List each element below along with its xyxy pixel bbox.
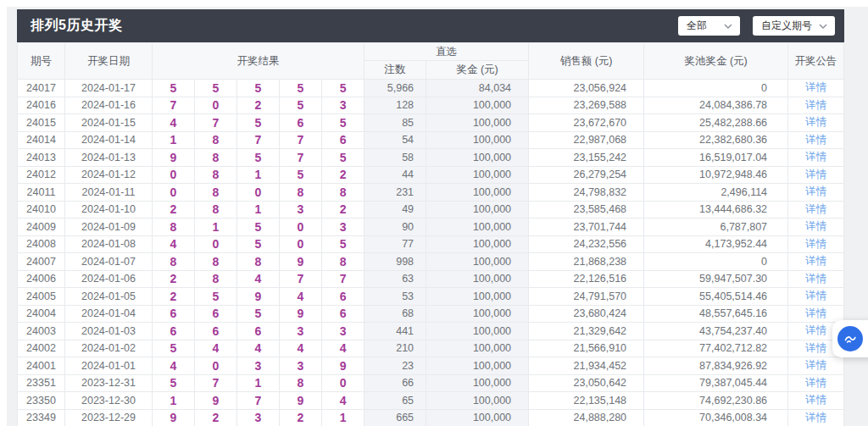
date-cell: 2024-01-03 xyxy=(65,323,153,340)
detail-link[interactable]: 详情 xyxy=(805,134,826,146)
date-cell: 2023-12-29 xyxy=(65,409,153,426)
result-number: 1 xyxy=(237,374,280,392)
result-number: 8 xyxy=(153,253,195,271)
result-number: 6 xyxy=(195,305,237,323)
detail-link[interactable]: 详情 xyxy=(805,307,826,319)
date-cell: 2023-12-31 xyxy=(65,374,153,392)
detail-link[interactable]: 详情 xyxy=(805,324,826,336)
result-number: 5 xyxy=(153,340,195,357)
prize-cell: 100,000 xyxy=(426,131,529,149)
prize-cell: 100,000 xyxy=(426,184,529,202)
col-header-prize: 奖金 (元) xyxy=(426,61,529,80)
detail-link[interactable]: 详情 xyxy=(805,238,826,250)
detail-link[interactable]: 详情 xyxy=(805,169,826,180)
bets-cell: 77 xyxy=(364,235,426,253)
detail-link[interactable]: 详情 xyxy=(805,220,826,232)
floating-widget-button[interactable] xyxy=(832,320,868,357)
result-number: 5 xyxy=(153,374,195,392)
bets-cell: 49 xyxy=(364,201,426,219)
result-number: 6 xyxy=(153,323,195,340)
result-number: 2 xyxy=(153,270,195,288)
detail-link[interactable]: 详情 xyxy=(805,151,826,163)
prize-cell: 84,034 xyxy=(426,80,529,97)
result-number: 9 xyxy=(153,149,195,167)
bets-cell: 231 xyxy=(364,184,426,202)
col-header-result: 开奖结果 xyxy=(153,43,364,80)
issue-cell: 24016 xyxy=(18,97,65,114)
chevron-down-icon xyxy=(724,24,732,29)
sales-cell: 23,701,744 xyxy=(529,219,644,236)
prize-cell: 100,000 xyxy=(426,305,529,323)
date-cell: 2024-01-14 xyxy=(65,131,153,149)
history-table: 期号 开奖日期 开奖结果 直选 销售额 (元) 奖池奖金 (元) 开奖公告 注数… xyxy=(17,42,844,426)
prize-cell: 100,000 xyxy=(426,219,529,236)
sales-cell: 22,987,068 xyxy=(529,131,644,149)
date-cell: 2024-01-05 xyxy=(65,288,153,306)
col-header-zhixuan: 直选 xyxy=(364,43,529,61)
detail-link[interactable]: 详情 xyxy=(805,255,826,267)
filter-select-issue-mode[interactable]: 自定义期号 xyxy=(753,16,835,36)
date-cell: 2024-01-09 xyxy=(65,219,153,236)
result-number: 5 xyxy=(237,235,280,253)
result-number: 7 xyxy=(195,114,237,132)
detail-link[interactable]: 详情 xyxy=(805,412,826,423)
date-cell: 2024-01-07 xyxy=(65,253,153,271)
issue-cell: 24009 xyxy=(18,219,65,236)
date-cell: 2024-01-17 xyxy=(65,80,153,97)
result-number: 0 xyxy=(153,184,195,202)
result-number: 5 xyxy=(237,80,280,97)
result-number: 5 xyxy=(237,219,280,236)
col-header-announcement: 开奖公告 xyxy=(788,43,844,80)
date-cell: 2024-01-04 xyxy=(65,305,153,323)
prize-cell: 100,000 xyxy=(426,357,529,375)
table-row: 24012 2024-01-12 0 8 1 5 2 44 100,000 26… xyxy=(18,166,844,184)
result-number: 4 xyxy=(237,270,280,288)
sales-cell: 21,934,452 xyxy=(529,357,644,375)
detail-link[interactable]: 详情 xyxy=(805,99,826,111)
bets-cell: 441 xyxy=(364,323,426,340)
result-number: 7 xyxy=(153,97,195,114)
prize-cell: 100,000 xyxy=(426,253,529,271)
detail-link[interactable]: 详情 xyxy=(805,342,826,354)
pool-cell: 77,402,712.82 xyxy=(644,340,788,357)
detail-link[interactable]: 详情 xyxy=(805,359,826,371)
bets-cell: 53 xyxy=(364,288,426,306)
pool-cell: 55,405,514.46 xyxy=(644,288,788,306)
issue-cell: 24005 xyxy=(18,288,65,306)
detail-link[interactable]: 详情 xyxy=(805,377,826,389)
result-number: 7 xyxy=(237,392,280,410)
prize-cell: 100,000 xyxy=(426,340,529,357)
result-number: 7 xyxy=(280,270,322,288)
result-number: 0 xyxy=(237,184,280,202)
detail-link[interactable]: 详情 xyxy=(805,394,826,406)
result-number: 8 xyxy=(195,201,237,219)
result-number: 1 xyxy=(237,201,280,219)
prize-cell: 100,000 xyxy=(426,235,529,253)
pool-cell: 48,557,645.16 xyxy=(644,305,788,323)
result-number: 5 xyxy=(280,97,322,114)
issue-cell: 24012 xyxy=(18,166,65,184)
detail-link[interactable]: 详情 xyxy=(805,290,826,302)
chevron-down-icon xyxy=(819,24,827,29)
sales-cell: 23,056,924 xyxy=(529,80,644,97)
bets-cell: 128 xyxy=(364,97,426,114)
prize-cell: 100,000 xyxy=(426,201,529,219)
sales-cell: 23,585,468 xyxy=(529,201,644,219)
date-cell: 2024-01-08 xyxy=(65,235,153,253)
col-header-pool: 奖池奖金 (元) xyxy=(644,43,788,80)
result-number: 8 xyxy=(322,184,364,202)
detail-link[interactable]: 详情 xyxy=(805,116,826,128)
detail-link[interactable]: 详情 xyxy=(805,273,826,285)
detail-link[interactable]: 详情 xyxy=(805,203,826,215)
detail-link[interactable]: 详情 xyxy=(805,81,826,93)
sales-cell: 23,672,670 xyxy=(529,114,644,132)
filter-select-all[interactable]: 全部 xyxy=(678,16,740,36)
table-row: 23349 2023-12-29 9 2 3 2 1 665 100,000 2… xyxy=(18,409,844,426)
issue-cell: 24003 xyxy=(18,323,65,340)
result-number: 7 xyxy=(322,270,364,288)
detail-link[interactable]: 详情 xyxy=(805,185,826,197)
result-number: 9 xyxy=(195,392,237,410)
issue-cell: 24001 xyxy=(18,357,65,375)
result-number: 9 xyxy=(237,288,280,306)
sales-cell: 26,279,254 xyxy=(529,166,644,184)
